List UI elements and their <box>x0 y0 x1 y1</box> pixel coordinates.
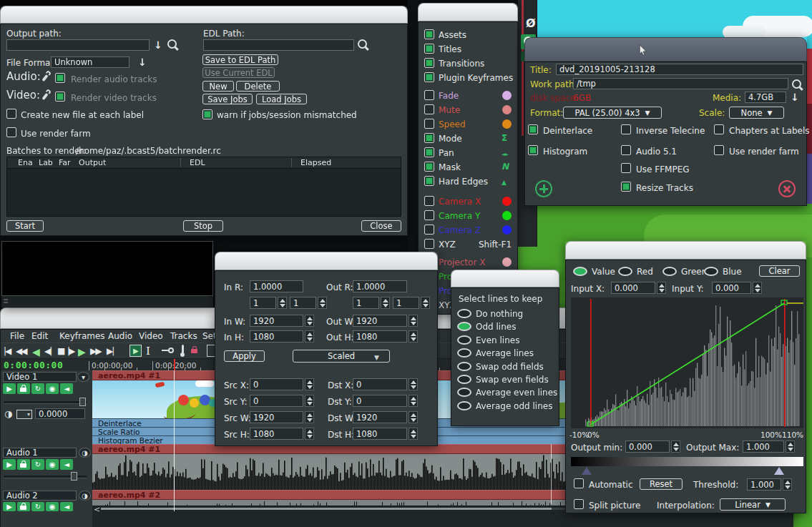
render-audio-checkbox[interactable] <box>55 73 65 83</box>
menu-file[interactable]: File <box>10 331 24 341</box>
lines-radio-average-even-lines[interactable] <box>457 388 471 397</box>
ffmpeg-checkbox[interactable] <box>621 163 631 173</box>
overlay-checkbox-assets[interactable] <box>424 29 434 39</box>
video1-fader-handle[interactable] <box>79 398 86 406</box>
audio1-gang-toggle[interactable]: ↻ <box>31 459 44 470</box>
lines-radio-average-lines[interactable] <box>457 348 471 358</box>
video1-expander[interactable]: ▾ <box>77 372 89 382</box>
out-num1-spinner[interactable] <box>381 297 390 309</box>
overlay-checkbox-hard-edges[interactable] <box>424 176 434 186</box>
clear-button[interactable]: Clear <box>759 265 800 277</box>
scale-titlebar[interactable] <box>215 252 438 270</box>
video1-fader[interactable] <box>4 401 87 404</box>
value-radio[interactable] <box>573 267 587 276</box>
audio2-gang-toggle[interactable]: ↻ <box>31 502 44 511</box>
out-h-input[interactable]: 1080 <box>353 330 407 343</box>
crop-tool-icon[interactable]: Ø <box>526 19 536 29</box>
format-dropdown[interactable]: PAL (25.00) 4x3 ▼ <box>563 107 662 119</box>
out-w-spinner[interactable] <box>409 315 418 327</box>
stop-button[interactable]: ■ <box>57 346 65 356</box>
output-min-spinner[interactable] <box>671 440 680 453</box>
in-num2-input[interactable]: 1 <box>290 297 316 309</box>
out-r-input[interactable]: 1.0000 <box>353 280 407 292</box>
src-h-spinner[interactable] <box>305 428 314 440</box>
output-path-history-button[interactable]: ↓ <box>154 40 162 50</box>
cancel-button[interactable] <box>778 180 796 197</box>
out-h-spinner[interactable] <box>409 330 418 343</box>
lines-radio-even-lines[interactable] <box>457 335 471 345</box>
overlay-checkbox-camera-x[interactable] <box>424 196 434 206</box>
overlay-mode-icon[interactable]: ◑ <box>4 409 12 419</box>
edl-path-browse-button[interactable] <box>358 39 367 49</box>
video-wrench-icon[interactable] <box>41 93 48 100</box>
histogram-canvas[interactable] <box>571 297 803 428</box>
input-x-spinner[interactable] <box>657 282 666 294</box>
overlay-checkbox-camera-y[interactable] <box>424 210 434 220</box>
stop-button[interactable]: Stop <box>183 220 223 232</box>
h-scrollbar-handle[interactable] <box>101 508 552 510</box>
fast-reverse-button[interactable]: ◀◀ <box>16 346 26 356</box>
apply-button[interactable]: Apply <box>224 350 265 362</box>
automatic-checkbox[interactable] <box>574 478 584 488</box>
overlay-checkbox-speed[interactable] <box>424 119 434 129</box>
blue-radio[interactable] <box>704 267 718 276</box>
frame-forward-button[interactable]: |▶ <box>67 346 74 356</box>
use-render-farm-checkbox[interactable] <box>6 127 16 137</box>
overlay-checkbox-camera-z[interactable] <box>424 225 434 235</box>
out-num1-input[interactable]: 1 <box>353 297 379 309</box>
file-format-input[interactable]: Unknown <box>51 56 129 68</box>
chapters-checkbox[interactable] <box>714 124 724 134</box>
nudge-page-button[interactable]: ▾ <box>16 410 32 419</box>
col-output[interactable]: Output <box>79 159 106 167</box>
output-max-slider[interactable] <box>774 467 784 475</box>
dvd-title-input[interactable]: dvd_20191005-213128 <box>556 64 803 75</box>
in-h-spinner[interactable] <box>305 330 314 343</box>
audio1-title-field[interactable]: Audio 1 <box>3 448 77 458</box>
delete-batch-button[interactable]: Delete <box>236 81 280 92</box>
lines-radio-do-nothing[interactable] <box>457 309 471 318</box>
audio2-mute-toggle[interactable]: ◄ <box>60 502 73 511</box>
audio1-play-toggle[interactable]: ▶ <box>3 459 16 470</box>
histogram-checkbox[interactable] <box>528 145 538 155</box>
col-far[interactable]: Far <box>59 159 71 167</box>
play-button[interactable]: ▶ <box>78 346 84 358</box>
warn-checkbox[interactable] <box>202 109 212 119</box>
in-h-input[interactable]: 1080 <box>250 330 303 343</box>
create-new-file-checkbox[interactable] <box>6 109 16 119</box>
video1-gang-toggle[interactable]: ↻ <box>31 383 44 394</box>
src-y-input[interactable]: 0 <box>250 395 303 407</box>
audio2-expander[interactable]: ◑ <box>79 491 91 501</box>
interpolation-dropdown[interactable]: Linear ▼ <box>720 498 786 511</box>
audio1-expander[interactable]: ◑ <box>79 448 91 458</box>
dst-h-spinner[interactable] <box>409 428 418 440</box>
playhead-line[interactable] <box>174 370 175 511</box>
input-y-field[interactable]: 0.000 <box>712 282 751 294</box>
in-w-input[interactable]: 1920 <box>250 315 303 327</box>
overlay-checkbox-mode[interactable] <box>424 133 434 143</box>
work-path-browse-button[interactable] <box>792 79 801 89</box>
in-num1-spinner[interactable] <box>278 297 287 309</box>
red-radio[interactable] <box>618 267 632 276</box>
menu-video[interactable]: Video <box>139 331 163 341</box>
overlay-checkbox-titles[interactable] <box>424 44 434 54</box>
split-picture-checkbox[interactable] <box>574 499 584 509</box>
output-max-field[interactable]: 1.000 <box>743 440 784 453</box>
audio1-draw-toggle[interactable]: ◉ <box>46 459 59 470</box>
menu-tracks[interactable]: Tracks <box>170 331 197 341</box>
src-h-input[interactable]: 1080 <box>250 428 303 440</box>
lines-radio-average-odd-lines[interactable] <box>457 401 471 410</box>
video1-title-field[interactable]: Video 1 <box>3 372 77 382</box>
dvd-titlebar[interactable] <box>524 37 807 61</box>
load-jobs-button[interactable]: Load Jobs <box>256 94 307 104</box>
audio1-mute-toggle[interactable]: ◄ <box>60 459 73 470</box>
col-elapsed[interactable]: Elapsed <box>300 159 331 167</box>
media-input[interactable]: 4.7GB <box>745 92 786 103</box>
dst-x-spinner[interactable] <box>409 378 418 390</box>
start-button[interactable]: Start <box>6 220 44 232</box>
output-path-input[interactable] <box>6 39 150 51</box>
overlay-checkbox-fade[interactable] <box>424 90 434 100</box>
ibeam-mode-button[interactable]: I <box>146 345 150 358</box>
lines-radio-swap-odd-fields[interactable] <box>457 362 471 371</box>
reverse-play-button[interactable]: ◀ <box>32 346 39 358</box>
resize-tracks-checkbox[interactable] <box>621 182 631 192</box>
